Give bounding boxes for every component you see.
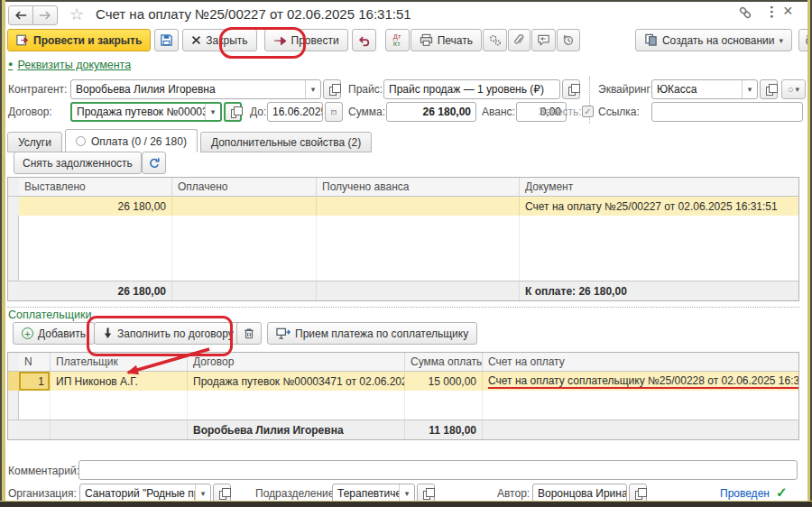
payments-table: Выставлено Оплачено Получено аванса Доку… (7, 177, 799, 301)
chevron-down-icon[interactable]: ▾ (305, 80, 320, 98)
undo-button[interactable] (352, 29, 376, 51)
back-button[interactable] (8, 5, 33, 25)
contract-field[interactable]: Продажа путевок №00003470 о ▾ (70, 102, 222, 122)
acquiring-field[interactable]: ЮКасса ▾ (651, 79, 758, 99)
attachments-button[interactable] (508, 29, 531, 51)
refresh-button[interactable] (142, 152, 166, 174)
table-cell-contract[interactable]: Продажа путевок №00003471 от 02.06.2025 (188, 372, 405, 391)
comment-label: Комментарий: (8, 465, 79, 477)
tab-payment[interactable]: Оплата (0 / 26 180) (65, 129, 198, 152)
delete-copayer-button[interactable] (236, 322, 262, 345)
table-cell[interactable]: 26 180,00 (19, 197, 172, 216)
table-cell[interactable] (317, 197, 520, 216)
due-date-value[interactable]: 16.06.2025 (268, 106, 322, 118)
column-header[interactable]: Договор (188, 353, 405, 372)
chevron-down-icon[interactable]: ▾ (742, 80, 757, 98)
copayer-invoice-text[interactable]: Счет на оплату соплательщику №25/00228 о… (488, 374, 798, 389)
close-button[interactable]: Закрыть (182, 29, 256, 51)
receive-copayer-payment-button[interactable]: Прием платежа по соплательщику (267, 322, 477, 345)
department-value[interactable]: Терапевтическое (333, 487, 399, 500)
requisites-link-label: Реквизиты документа (17, 59, 131, 71)
sum-field[interactable]: 26 180,00 (386, 102, 476, 122)
window-frame-top (0, 0, 812, 2)
sum-label: Сумма: (348, 106, 385, 118)
department-label: Подразделение: (255, 487, 337, 500)
dt-kt-button[interactable]: ДтКт (385, 29, 410, 51)
save-icon (160, 33, 173, 47)
table-cell[interactable] (172, 197, 317, 216)
kebab-menu-icon[interactable]: ⋮ (765, 4, 779, 20)
author-value[interactable]: Воронцова Ирина (533, 487, 626, 500)
remove-debt-button[interactable]: Снять задолженность (14, 152, 142, 174)
column-header[interactable]: Сумма оплаты (405, 353, 483, 372)
table-cell[interactable]: Счет на оплату №25/00227 от 02.06.2025 1… (520, 197, 798, 216)
contractor-label: Контрагент: (8, 83, 67, 96)
price-value[interactable]: Прайс продаж — 1 уровень (₽) (384, 83, 559, 96)
page-title: Счет на оплату №25/00227 от 02.06.2025 1… (96, 6, 411, 22)
column-header[interactable]: Получено аванса (317, 178, 520, 197)
contract-value[interactable]: Продажа путевок №00003470 о (72, 106, 205, 118)
price-field[interactable]: Прайс продаж — 1 уровень (₽) (383, 79, 560, 99)
comment-input[interactable] (78, 460, 798, 480)
print-button[interactable]: Печать (411, 29, 482, 51)
column-header[interactable]: Счет на оплату (483, 353, 798, 372)
refresh-icon (148, 157, 161, 170)
tab-additional-properties[interactable]: Дополнительные свойства (2) (200, 132, 372, 152)
get-link-button[interactable] (738, 5, 752, 23)
close-window-icon[interactable]: × (783, 2, 793, 21)
post-button[interactable]: Провести (264, 29, 348, 51)
fill-by-contract-button[interactable]: Заполнить по договору (94, 322, 243, 345)
acquiring-status-button[interactable]: ○▾ (781, 79, 806, 99)
table-empty-area (19, 391, 51, 419)
contractor-value[interactable]: Воробьева Лилия Игоревна (71, 83, 305, 96)
discussion-button[interactable] (531, 29, 556, 51)
due-date-field[interactable]: 16.06.2025 (267, 102, 323, 122)
column-header[interactable]: Выставлено (19, 178, 172, 197)
payment-status-circle-icon (76, 136, 86, 146)
contract-open-button[interactable] (224, 102, 242, 122)
section-separator (7, 307, 799, 308)
print-icon (420, 33, 433, 47)
offset-checkbox[interactable]: ✓ (582, 106, 594, 117)
column-header[interactable]: Оплачено (172, 178, 317, 197)
table-cell-payment-sum[interactable]: 15 000,00 (405, 372, 483, 391)
price-label: Прайс: (348, 83, 383, 96)
history-button[interactable] (557, 29, 580, 51)
due-date-calendar-button[interactable] (325, 102, 343, 122)
table-footer-cell (51, 419, 188, 439)
receive-copayer-payment-label: Прием платежа по соплательщику (295, 327, 468, 340)
tab-services[interactable]: Услуги (7, 132, 62, 152)
table-cell-copayer-invoice[interactable]: Счет на оплату соплательщику №25/00228 о… (483, 372, 798, 391)
chevron-down-icon[interactable]: ▾ (205, 104, 220, 120)
print-label: Печать (438, 34, 473, 47)
table-footer-due: К оплате: 26 180,00 (520, 281, 798, 300)
chevron-down-icon[interactable]: ▾ (195, 484, 210, 502)
save-button[interactable] (154, 29, 179, 51)
favorite-star-icon[interactable]: ☆ (69, 5, 84, 24)
close-label: Закрыть (206, 34, 247, 47)
table-cell-row-number[interactable]: 1 (19, 372, 51, 391)
copayers-section-title[interactable]: Соплательщики (8, 309, 91, 321)
price-open-button[interactable] (562, 79, 580, 99)
chevron-down-icon[interactable]: ▾ (399, 484, 414, 502)
document-requisites-link[interactable]: ●Реквизиты документа (8, 59, 131, 71)
chevron-down-icon: ▾ (779, 36, 783, 45)
column-header[interactable]: Плательщик (51, 353, 188, 372)
related-documents-button[interactable] (483, 29, 507, 51)
organization-value[interactable]: Санаторий "Родные просторы" (80, 487, 195, 500)
sum-value[interactable]: 26 180,00 (423, 106, 471, 118)
reference-input[interactable] (651, 102, 803, 122)
add-copayer-button[interactable]: + Добавить (13, 322, 95, 345)
post-and-close-button[interactable]: Провести и закрыть (7, 29, 151, 51)
column-header[interactable]: N (19, 353, 51, 372)
contractor-field[interactable]: Воробьева Лилия Игоревна ▾ (70, 79, 321, 99)
create-based-on-button[interactable]: Создать на основании ▾ (635, 29, 792, 51)
column-header[interactable]: Документ (520, 178, 798, 197)
contractor-open-button[interactable] (323, 79, 341, 99)
table-empty-area (520, 216, 798, 281)
acquiring-open-button[interactable] (760, 79, 778, 99)
table-cell-payer[interactable]: ИП Никонов А.Г. (51, 372, 188, 391)
acquiring-value[interactable]: ЮКасса (652, 83, 742, 96)
forward-button[interactable] (32, 5, 58, 25)
table-footer-cell (317, 281, 520, 300)
